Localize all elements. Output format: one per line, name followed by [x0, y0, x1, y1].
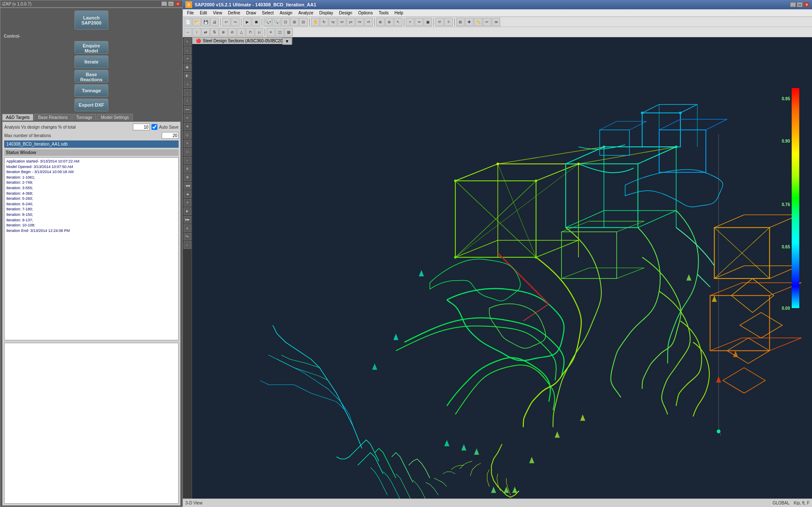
- tb-zoom-out[interactable]: 🔍-: [273, 18, 281, 26]
- left-tool-move[interactable]: ✥: [184, 123, 191, 130]
- menu-help[interactable]: Help: [392, 10, 406, 16]
- tb2-10[interactable]: ≡: [267, 28, 275, 36]
- tb2-7[interactable]: △: [237, 28, 245, 36]
- left-tool-spring[interactable]: ⌇: [184, 97, 191, 105]
- tb-print[interactable]: 🖨: [210, 18, 219, 26]
- tb-rotate[interactable]: ↻: [320, 18, 328, 26]
- tb-node[interactable]: •: [406, 18, 414, 26]
- iterate-button[interactable]: Iterate: [74, 55, 108, 68]
- tb-yz[interactable]: xz: [338, 18, 346, 26]
- restore-btn[interactable]: ▭: [168, 1, 174, 6]
- tb-zoom-window[interactable]: ⊞: [290, 18, 299, 26]
- left-tool-section[interactable]: ◧: [184, 72, 191, 80]
- tb-new[interactable]: 📄: [184, 18, 192, 26]
- tb-pan[interactable]: ✋: [311, 18, 319, 26]
- left-tool-dim[interactable]: ⟷: [184, 106, 191, 113]
- tab-base-reactions[interactable]: Base Reactions: [34, 114, 72, 121]
- tb-section-cut[interactable]: ✂: [483, 18, 491, 26]
- left-tool-rotate[interactable]: ↻: [184, 140, 191, 147]
- left-tool-area[interactable]: ▣: [184, 63, 191, 71]
- tb-zoom-fit[interactable]: ⊡: [281, 18, 290, 26]
- sap-restore-btn[interactable]: ▭: [797, 2, 803, 7]
- tb2-5[interactable]: ⊕: [219, 28, 228, 36]
- tb-more[interactable]: ≫: [492, 18, 500, 26]
- tb2-2[interactable]: ↕: [193, 28, 201, 36]
- tb-frame[interactable]: ━: [415, 18, 423, 26]
- tb-run[interactable]: ▶: [243, 18, 251, 26]
- menu-view[interactable]: View: [210, 10, 225, 16]
- tb-persp[interactable]: nf: [364, 18, 373, 26]
- max-iterations-input[interactable]: [162, 132, 179, 139]
- tonnage-button[interactable]: Tonnage: [74, 84, 108, 97]
- left-tool-mirror[interactable]: ◫: [184, 131, 191, 139]
- menu-options[interactable]: Options: [355, 10, 375, 16]
- tb-open[interactable]: 📂: [193, 18, 201, 26]
- left-tool-load[interactable]: ↓: [184, 89, 191, 96]
- tb-ruler[interactable]: 📏: [474, 18, 482, 26]
- tb2-6[interactable]: ⊘: [228, 28, 237, 36]
- left-tool-a[interactable]: A: [184, 224, 191, 232]
- left-tool-nav1[interactable]: ◀◀: [184, 182, 191, 190]
- close-btn[interactable]: ✕: [175, 1, 181, 6]
- menu-edit[interactable]: Edit: [197, 10, 209, 16]
- tb-assign-m[interactable]: M: [435, 18, 444, 26]
- tb-zoom-prev[interactable]: ⊟: [299, 18, 308, 26]
- menu-tools[interactable]: Tools: [376, 10, 391, 16]
- left-tool-nav5[interactable]: ▶▶: [184, 216, 191, 223]
- tb-deselect[interactable]: ⊗: [385, 18, 394, 26]
- tab-model-settings[interactable]: Model Settings: [97, 114, 132, 121]
- menu-assign[interactable]: Assign: [277, 10, 295, 16]
- launch-sap2000-button[interactable]: LaunchSAP2000: [74, 11, 108, 30]
- tb2-12[interactable]: ▦: [284, 28, 293, 36]
- left-tool-node[interactable]: •: [184, 47, 191, 54]
- left-tool-pointer[interactable]: ↖: [184, 38, 191, 46]
- left-tool-frame[interactable]: ━: [184, 55, 191, 63]
- tb-shell[interactable]: ▣: [424, 18, 432, 26]
- left-tool-c[interactable]: ≈: [184, 241, 191, 249]
- tb-xz[interactable]: xy: [329, 18, 337, 26]
- menu-define[interactable]: Define: [226, 10, 243, 16]
- left-tool-merge[interactable]: ⊠: [184, 174, 191, 181]
- menu-display[interactable]: Display: [317, 10, 336, 16]
- tb-assign-s[interactable]: S: [444, 18, 453, 26]
- tb-pointer[interactable]: ↖: [394, 18, 402, 26]
- tb-select-all[interactable]: ⊕: [376, 18, 385, 26]
- left-tool-connect[interactable]: ⊞: [184, 165, 191, 173]
- tb2-3[interactable]: ⇄: [201, 28, 210, 36]
- left-tool-restraint[interactable]: ⊥: [184, 80, 191, 88]
- tb-snap[interactable]: ✚: [465, 18, 473, 26]
- tb-stop[interactable]: ⏹: [252, 18, 260, 26]
- left-tool-divide[interactable]: ÷: [184, 157, 191, 164]
- analysis-input[interactable]: [133, 124, 150, 130]
- left-tool-nav2[interactable]: ◀: [184, 190, 191, 198]
- tb-xy[interactable]: yz: [347, 18, 355, 26]
- left-tool-extrude[interactable]: ⬡: [184, 148, 191, 156]
- left-tool-edit[interactable]: ✏: [184, 114, 191, 122]
- sap-close-btn[interactable]: ✕: [804, 2, 809, 7]
- tb2-8[interactable]: ⊓: [246, 28, 254, 36]
- sap-minimize-btn[interactable]: _: [790, 2, 796, 7]
- export-dxf-button[interactable]: Export DXF: [74, 99, 108, 111]
- left-tool-nav3[interactable]: ✕: [184, 199, 191, 207]
- tab-ad-targets[interactable]: A&D Targets: [2, 114, 33, 121]
- tb-3d[interactable]: nv: [355, 18, 364, 26]
- left-tool-b[interactable]: P▸: [184, 233, 191, 240]
- tb-redo[interactable]: ↪: [231, 18, 239, 26]
- tb2-11[interactable]: ◫: [275, 28, 284, 36]
- tb-zoom-in[interactable]: 🔍+: [264, 18, 272, 26]
- base-reactions-button[interactable]: BaseReactions: [74, 70, 108, 83]
- tb-grid[interactable]: ⊞: [456, 18, 465, 26]
- tb-save[interactable]: 💾: [201, 18, 210, 26]
- viewport-dropdown[interactable]: ▼: [282, 38, 292, 45]
- menu-file[interactable]: File: [184, 10, 196, 16]
- left-tool-nav4[interactable]: ▶: [184, 207, 191, 215]
- auto-save-checkbox[interactable]: [151, 124, 157, 130]
- tab-tonnage[interactable]: Tonnage: [72, 114, 96, 121]
- minimize-btn[interactable]: _: [161, 1, 167, 6]
- enquire-model-button[interactable]: EnquireModel: [74, 41, 108, 54]
- tb2-9[interactable]: ⊔: [255, 28, 263, 36]
- tb2-4[interactable]: ⇅: [210, 28, 219, 36]
- menu-draw[interactable]: Draw: [244, 10, 259, 16]
- tb-undo[interactable]: ↩: [222, 18, 231, 26]
- menu-select[interactable]: Select: [259, 10, 276, 16]
